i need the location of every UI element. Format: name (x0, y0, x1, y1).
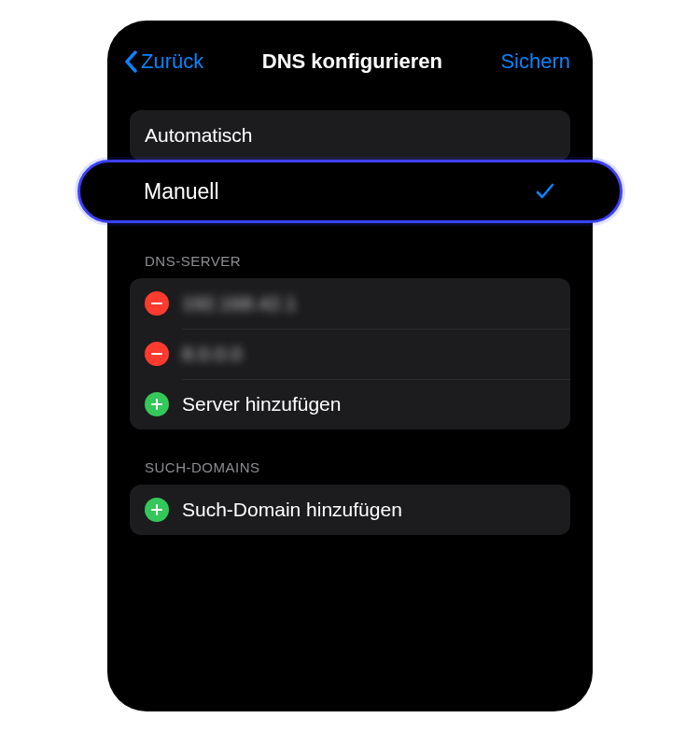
add-dns-server-row[interactable]: Server hinzufügen (130, 379, 570, 429)
add-search-domain-row[interactable]: Such-Domain hinzufügen (130, 485, 570, 535)
delete-icon[interactable] (145, 342, 169, 366)
checkmark-icon (534, 180, 556, 203)
dns-server-row[interactable]: 8.0.0.0 (130, 329, 570, 379)
dns-server-value: 8.0.0.0 (182, 343, 555, 365)
page-title: DNS konfigurieren (262, 49, 442, 74)
mode-option-label: Automatisch (145, 124, 555, 147)
search-domains-header: Such-Domains (130, 459, 570, 485)
chevron-left-icon (122, 49, 139, 75)
add-search-domain-label: Such-Domain hinzufügen (182, 499, 555, 521)
mode-group: Automatisch Manuell (130, 110, 570, 223)
nav-bar: Zurück DNS konfigurieren Sichern (107, 39, 593, 92)
search-domains-group: Such-Domain hinzufügen (130, 485, 570, 535)
mode-section: Automatisch Manuell (130, 110, 570, 223)
mode-option-label: Manuell (144, 179, 534, 204)
plus-icon (145, 392, 169, 416)
plus-icon (145, 498, 169, 522)
delete-icon[interactable] (145, 291, 169, 316)
dns-server-value: 192.168.42.1 (182, 292, 555, 315)
mode-option-auto[interactable]: Automatisch (130, 110, 570, 161)
device-frame: Zurück DNS konfigurieren Sichern Automat… (107, 21, 593, 711)
back-button[interactable]: Zurück (122, 49, 203, 75)
save-button[interactable]: Sichern (500, 49, 570, 74)
add-dns-server-label: Server hinzufügen (182, 393, 555, 415)
mode-option-manual-highlight: Manuell (77, 160, 623, 223)
dns-servers-group: 192.168.42.1 8.0.0.0 Server hinzufügen (130, 278, 570, 429)
search-domains-section: Such-Domains Such-Domain hinzufügen (130, 459, 570, 535)
dns-servers-section: DNS-Server 192.168.42.1 8.0.0.0 Server h… (130, 253, 570, 429)
mode-option-manual[interactable]: Manuell (133, 162, 567, 220)
content: Automatisch Manuell DNS-Server (107, 92, 593, 535)
back-label: Zurück (141, 49, 203, 74)
dns-server-row[interactable]: 192.168.42.1 (130, 278, 570, 329)
dns-servers-header: DNS-Server (130, 253, 570, 278)
